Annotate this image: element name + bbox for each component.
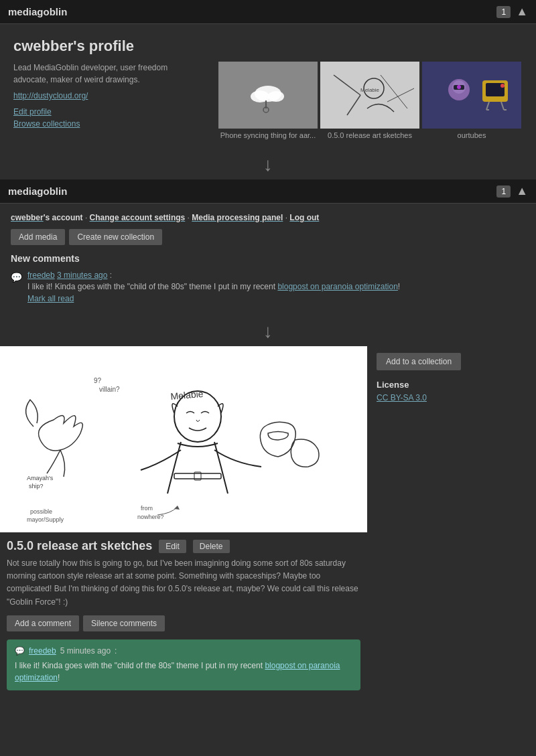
media-sidebar: Add to a collection License CC BY-SA 3.0	[367, 346, 536, 690]
account-nav-right: 1 ▲	[496, 184, 528, 198]
comment-block-icon: 💬	[15, 646, 25, 656]
comment-author-link[interactable]: freedeb	[27, 271, 55, 280]
arrow-divider-2: ↓	[0, 317, 536, 346]
profile-website-link[interactable]: http://dustycloud.org/	[13, 91, 208, 100]
create-collection-button[interactable]: Create new collection	[69, 229, 162, 245]
profile-content: Lead MediaGoblin developer, user freedom…	[13, 62, 523, 139]
thumb-item[interactable]: Melabie 0.5.0 release art sketches	[320, 62, 419, 139]
account-btn-row: Add media Create new collection	[11, 229, 525, 245]
media-view: Melabie Amayah's ship? possible mayor/Su…	[0, 346, 536, 690]
add-to-collection-button[interactable]: Add to a collection	[377, 353, 461, 370]
media-main: Melabie Amayah's ship? possible mayor/Su…	[0, 346, 367, 690]
nav-notification-badge[interactable]: 1	[496, 6, 511, 18]
license-link[interactable]: CC BY-SA 3.0	[377, 393, 427, 402]
comment-meta: freedeb 3 minutes ago :	[27, 271, 400, 280]
comment-block: 💬 freedeb 5 minutes ago : I like it! Kin…	[7, 639, 360, 690]
media-title-row: 0.5.0 release art sketches Edit Delete	[0, 532, 367, 557]
license-heading: License	[377, 380, 527, 390]
delete-media-button[interactable]: Delete	[193, 540, 230, 553]
edit-profile-link[interactable]: Edit profile	[13, 107, 208, 117]
account-nav-up-icon[interactable]: ▲	[516, 184, 528, 198]
svg-text:Melabie: Melabie	[360, 87, 380, 93]
profile-left: Lead MediaGoblin developer, user freedom…	[13, 62, 208, 139]
comment-content: freedeb 3 minutes ago : I like it! Kinda…	[27, 271, 400, 303]
comment-entry: 💬 freedeb 3 minutes ago : I like it! Kin…	[11, 271, 525, 303]
thumb-item[interactable]: Phone syncing thing for aar...	[218, 62, 318, 139]
thumb-label-ourtubes: ourtubes	[458, 131, 486, 139]
profile-actions: Edit profile Browse collections	[13, 107, 208, 129]
comment-block-author-link[interactable]: freedeb	[29, 646, 56, 656]
account-logo: mediagoblin	[8, 185, 67, 197]
thumb-label-sketch: 0.5.0 release art sketches	[328, 131, 412, 139]
account-navigation: mediagoblin 1 ▲	[0, 179, 536, 204]
thumb-item[interactable]: ourtubes	[422, 62, 521, 139]
svg-text:Amayah's: Amayah's	[27, 475, 54, 481]
browse-collections-link[interactable]: Browse collections	[13, 119, 208, 129]
account-nav-badge[interactable]: 1	[496, 185, 511, 198]
media-comment-actions: Add a comment Silence comments	[0, 615, 367, 639]
top-nav-right: 1 ▲	[496, 5, 528, 19]
add-comment-button[interactable]: Add a comment	[7, 615, 79, 631]
comment-text: I like it! Kinda goes with the "child of…	[27, 282, 400, 291]
account-section: cwebber's account · Change account setti…	[0, 204, 536, 317]
media-processing-panel-link[interactable]: Media processing panel	[192, 213, 283, 222]
svg-text:9?: 9?	[94, 377, 102, 384]
media-thumbs: Phone syncing thing for aar... Melabie	[218, 62, 521, 139]
media-description: Not sure totally how this is going to go…	[0, 557, 367, 615]
profile-section: cwebber's profile Lead MediaGoblin devel…	[0, 24, 536, 150]
account-username-link[interactable]: cwebber	[11, 213, 44, 222]
thumb-image-cloud	[218, 62, 318, 129]
comment-blog-link[interactable]: blogpost on paranoia optimization	[277, 282, 397, 291]
comment-time-link[interactable]: 3 minutes ago	[57, 271, 107, 280]
account-line: cwebber's account · Change account setti…	[11, 213, 525, 222]
profile-title: cwebber's profile	[13, 37, 523, 55]
thumb-label-phone: Phone syncing thing for aar...	[220, 131, 316, 139]
thumb-image-ourtubes	[422, 62, 521, 129]
svg-rect-5	[320, 62, 419, 129]
comment-block-text: I like it! Kinda goes with the "child of…	[15, 660, 352, 684]
svg-rect-24	[0, 346, 367, 532]
media-title: 0.5.0 release art sketches	[7, 539, 152, 553]
silence-comments-button[interactable]: Silence comments	[83, 615, 165, 631]
add-media-button[interactable]: Add media	[11, 229, 65, 245]
new-comments-heading: New comments	[11, 253, 525, 264]
top-logo: mediagoblin	[8, 6, 67, 17]
svg-text:from: from	[141, 505, 153, 512]
svg-text:villain?: villain?	[99, 386, 120, 393]
mark-all-read-link[interactable]: Mark all read	[27, 294, 74, 303]
svg-point-23	[500, 84, 505, 88]
svg-point-2	[268, 91, 284, 102]
change-account-settings-link[interactable]: Change account settings	[90, 213, 186, 222]
arrow-divider-1: ↓	[0, 150, 536, 179]
thumb-image-sketch: Melabie	[320, 62, 419, 129]
profile-bio: Lead MediaGoblin developer, user freedom…	[13, 62, 201, 86]
media-image-container: Melabie Amayah's ship? possible mayor/Su…	[0, 346, 367, 532]
comment-bubble-icon: 💬	[11, 272, 22, 283]
top-navigation: mediagoblin 1 ▲	[0, 0, 536, 24]
svg-text:possible: possible	[30, 508, 52, 515]
svg-text:ship?: ship?	[29, 483, 44, 489]
comment-block-meta: 💬 freedeb 5 minutes ago :	[15, 646, 352, 656]
edit-media-button[interactable]: Edit	[159, 540, 186, 553]
logout-link[interactable]: Log out	[289, 213, 319, 222]
nav-up-icon[interactable]: ▲	[516, 5, 528, 19]
svg-point-16	[457, 85, 461, 89]
svg-text:mayor/Supply: mayor/Supply	[27, 516, 64, 523]
